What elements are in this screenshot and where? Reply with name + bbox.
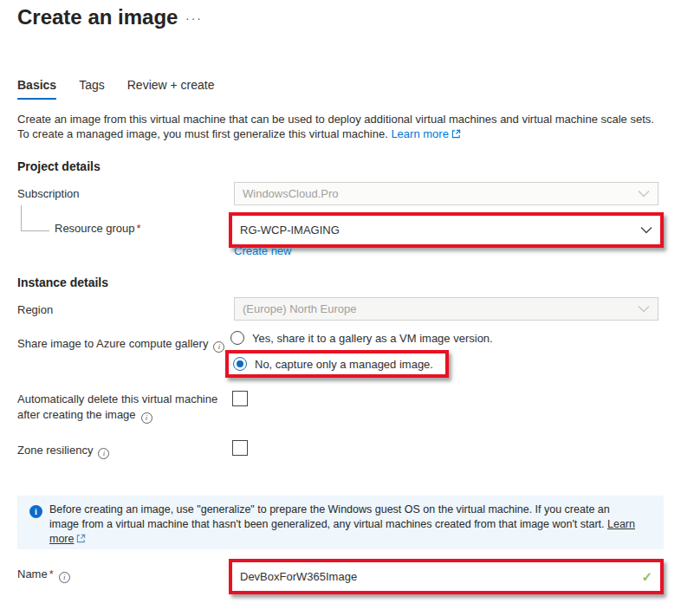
name-field-wrap: ✓ — [232, 562, 660, 591]
tab-review-create[interactable]: Review + create — [127, 78, 215, 100]
subscription-value: WindowsCloud.Pro — [243, 187, 339, 200]
tab-tags[interactable]: Tags — [79, 78, 105, 100]
connector-line — [21, 205, 49, 231]
banner-text: Before creating an image, use "generaliz… — [49, 503, 635, 548]
radio-option-yes-label: Yes, share it to a gallery as a VM image… — [252, 332, 493, 345]
name-label: Name*i — [17, 567, 70, 583]
auto-delete-label-line2: after creating the image — [17, 408, 136, 421]
valid-check-icon: ✓ — [641, 569, 652, 585]
radio-option-yes[interactable]: Yes, share it to a gallery as a VM image… — [230, 331, 493, 345]
banner-info-icon: i — [29, 505, 42, 518]
required-asterisk: * — [137, 222, 141, 235]
create-image-page: Create an image ··· Basics Tags Review +… — [0, 0, 681, 616]
auto-delete-label-line1: Automatically delete this virtual machin… — [17, 392, 217, 405]
more-options-button[interactable]: ··· — [185, 11, 203, 25]
page-title: Create an image — [17, 5, 178, 29]
share-gallery-label: Share image to Azure compute galleryi — [17, 337, 224, 353]
resource-group-dropdown[interactable]: RG-WCP-IMAGING — [232, 216, 660, 244]
section-instance-details: Instance details — [17, 276, 108, 289]
section-project-details: Project details — [17, 159, 101, 173]
region-value: (Europe) North Europe — [243, 302, 357, 315]
region-dropdown[interactable]: (Europe) North Europe — [234, 297, 658, 321]
intro-text: Create an image from this virtual machin… — [17, 112, 665, 142]
info-icon[interactable]: i — [141, 412, 152, 424]
annotation-highlight-radio: No, capture only a managed image. — [225, 350, 449, 378]
radio-option-no[interactable]: No, capture only a managed image. — [233, 357, 433, 371]
zone-resiliency-checkbox[interactable] — [232, 440, 248, 456]
info-icon[interactable]: i — [59, 572, 70, 583]
share-gallery-label-text: Share image to Azure compute gallery — [17, 337, 208, 350]
radio-button-unselected[interactable] — [230, 331, 244, 345]
region-label: Region — [17, 303, 53, 316]
tab-basics[interactable]: Basics — [17, 78, 56, 100]
subscription-dropdown[interactable]: WindowsCloud.Pro — [234, 182, 658, 205]
chevron-down-icon — [640, 224, 652, 237]
info-icon[interactable]: i — [98, 448, 109, 459]
radio-dot — [237, 360, 243, 367]
zone-resiliency-label: Zone resiliencyi — [17, 444, 109, 459]
radio-button-selected[interactable] — [233, 357, 247, 371]
external-link-icon — [451, 127, 461, 142]
intro-text-body: Create an image from this virtual machin… — [17, 113, 654, 140]
resource-group-label: Resource group* — [55, 222, 141, 235]
tab-bar: Basics Tags Review + create — [17, 78, 215, 100]
radio-option-no-label: No, capture only a managed image. — [255, 358, 433, 371]
resource-group-value: RG-WCP-IMAGING — [240, 224, 340, 237]
zone-resiliency-label-text: Zone resiliency — [17, 444, 93, 457]
learn-more-link[interactable]: Learn more — [391, 127, 448, 140]
subscription-label: Subscription — [17, 187, 80, 200]
banner-text-body: Before creating an image, use "generaliz… — [49, 503, 610, 530]
name-label-text: Name — [17, 567, 48, 580]
resource-group-label-text: Resource group — [55, 222, 135, 235]
auto-delete-label: Automatically delete this virtual machin… — [17, 392, 217, 424]
create-new-link[interactable]: Create new — [234, 244, 291, 257]
chevron-down-icon — [638, 302, 650, 315]
name-input[interactable] — [240, 567, 613, 587]
info-banner: i Before creating an image, use "general… — [17, 496, 664, 549]
annotation-highlight-resource-group: RG-WCP-IMAGING — [229, 212, 664, 248]
chevron-down-icon — [638, 187, 650, 200]
annotation-highlight-name: ✓ — [229, 559, 664, 594]
auto-delete-checkbox[interactable] — [232, 391, 248, 406]
info-icon[interactable]: i — [213, 341, 224, 353]
required-asterisk: * — [49, 567, 54, 580]
external-link-icon — [76, 533, 86, 548]
